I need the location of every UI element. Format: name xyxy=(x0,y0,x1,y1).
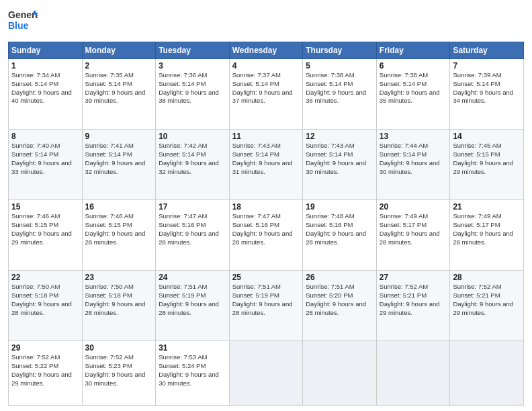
weekday-header-saturday: Saturday xyxy=(450,42,524,59)
logo-svg: General Blue xyxy=(8,7,38,36)
day-number: 10 xyxy=(159,132,226,141)
day-number: 21 xyxy=(453,202,521,212)
svg-text:General: General xyxy=(8,9,38,20)
calendar-cell: 21 Sunrise: 7:49 AMSunset: 5:17 PMDaylig… xyxy=(450,200,524,271)
calendar-cell: 25 Sunrise: 7:51 AMSunset: 5:19 PMDaylig… xyxy=(229,271,303,341)
calendar-cell: 11 Sunrise: 7:43 AMSunset: 5:14 PMDaylig… xyxy=(229,130,303,200)
calendar-cell: 31 Sunrise: 7:53 AMSunset: 5:24 PMDaylig… xyxy=(156,341,230,406)
calendar-cell: 10 Sunrise: 7:42 AMSunset: 5:14 PMDaylig… xyxy=(156,130,230,200)
day-number: 5 xyxy=(306,61,373,71)
day-detail: Sunrise: 7:40 AMSunset: 5:14 PMDaylight:… xyxy=(11,142,79,176)
calendar-cell: 6 Sunrise: 7:38 AMSunset: 5:14 PMDayligh… xyxy=(376,59,450,130)
day-detail: Sunrise: 7:50 AMSunset: 5:18 PMDaylight:… xyxy=(85,283,153,317)
day-number: 12 xyxy=(306,132,373,141)
calendar-cell xyxy=(450,341,524,406)
calendar-cell: 8 Sunrise: 7:40 AMSunset: 5:14 PMDayligh… xyxy=(9,130,83,200)
day-number: 18 xyxy=(232,202,300,212)
day-number: 7 xyxy=(453,61,521,71)
day-detail: Sunrise: 7:45 AMSunset: 5:15 PMDaylight:… xyxy=(453,142,521,176)
logo: General Blue xyxy=(8,7,38,36)
day-detail: Sunrise: 7:47 AMSunset: 5:16 PMDaylight:… xyxy=(232,212,300,246)
day-number: 9 xyxy=(85,132,153,141)
calendar-table: SundayMondayTuesdayWednesdayThursdayFrid… xyxy=(8,42,524,406)
day-number: 31 xyxy=(159,343,226,353)
calendar-cell xyxy=(376,341,450,406)
calendar-cell: 2 Sunrise: 7:35 AMSunset: 5:14 PMDayligh… xyxy=(82,59,156,130)
day-detail: Sunrise: 7:52 AMSunset: 5:21 PMDaylight:… xyxy=(453,283,521,317)
calendar-cell xyxy=(303,341,377,406)
calendar-cell: 4 Sunrise: 7:37 AMSunset: 5:14 PMDayligh… xyxy=(229,59,303,130)
day-detail: Sunrise: 7:48 AMSunset: 5:16 PMDaylight:… xyxy=(306,212,373,246)
day-detail: Sunrise: 7:37 AMSunset: 5:14 PMDaylight:… xyxy=(232,71,300,105)
calendar-cell: 1 Sunrise: 7:34 AMSunset: 5:14 PMDayligh… xyxy=(9,59,83,130)
day-detail: Sunrise: 7:52 AMSunset: 5:23 PMDaylight:… xyxy=(85,353,153,387)
calendar-cell: 17 Sunrise: 7:47 AMSunset: 5:16 PMDaylig… xyxy=(156,200,230,271)
calendar-cell: 18 Sunrise: 7:47 AMSunset: 5:16 PMDaylig… xyxy=(229,200,303,271)
calendar-cell: 29 Sunrise: 7:52 AMSunset: 5:22 PMDaylig… xyxy=(9,341,83,406)
day-detail: Sunrise: 7:52 AMSunset: 5:22 PMDaylight:… xyxy=(11,353,79,387)
day-number: 19 xyxy=(306,202,373,212)
calendar-cell: 7 Sunrise: 7:39 AMSunset: 5:14 PMDayligh… xyxy=(450,59,524,130)
calendar-cell: 26 Sunrise: 7:51 AMSunset: 5:20 PMDaylig… xyxy=(303,271,377,341)
day-detail: Sunrise: 7:52 AMSunset: 5:21 PMDaylight:… xyxy=(380,283,447,317)
day-detail: Sunrise: 7:46 AMSunset: 5:15 PMDaylight:… xyxy=(85,212,153,246)
calendar-cell: 23 Sunrise: 7:50 AMSunset: 5:18 PMDaylig… xyxy=(82,271,156,341)
day-number: 22 xyxy=(11,273,79,282)
day-number: 14 xyxy=(453,132,521,141)
day-number: 11 xyxy=(232,132,300,141)
weekday-header-monday: Monday xyxy=(82,42,156,59)
day-detail: Sunrise: 7:34 AMSunset: 5:14 PMDaylight:… xyxy=(11,71,79,105)
calendar-cell: 19 Sunrise: 7:48 AMSunset: 5:16 PMDaylig… xyxy=(303,200,377,271)
day-number: 8 xyxy=(11,132,79,141)
calendar-cell: 20 Sunrise: 7:49 AMSunset: 5:17 PMDaylig… xyxy=(376,200,450,271)
day-detail: Sunrise: 7:43 AMSunset: 5:14 PMDaylight:… xyxy=(306,142,373,176)
day-detail: Sunrise: 7:51 AMSunset: 5:20 PMDaylight:… xyxy=(306,283,373,317)
day-number: 2 xyxy=(85,61,153,71)
page-container: General Blue SundayMondayTuesdayWednesda… xyxy=(0,0,532,411)
svg-text:Blue: Blue xyxy=(8,20,29,31)
day-detail: Sunrise: 7:38 AMSunset: 5:14 PMDaylight:… xyxy=(380,71,447,105)
calendar-cell: 15 Sunrise: 7:46 AMSunset: 5:15 PMDaylig… xyxy=(9,200,83,271)
weekday-header-friday: Friday xyxy=(376,42,450,59)
day-detail: Sunrise: 7:49 AMSunset: 5:17 PMDaylight:… xyxy=(453,212,521,246)
day-detail: Sunrise: 7:44 AMSunset: 5:14 PMDaylight:… xyxy=(380,142,447,176)
calendar-cell: 27 Sunrise: 7:52 AMSunset: 5:21 PMDaylig… xyxy=(376,271,450,341)
calendar-cell: 12 Sunrise: 7:43 AMSunset: 5:14 PMDaylig… xyxy=(303,130,377,200)
day-number: 6 xyxy=(380,61,447,71)
weekday-header-sunday: Sunday xyxy=(9,42,83,59)
calendar-cell: 22 Sunrise: 7:50 AMSunset: 5:18 PMDaylig… xyxy=(9,271,83,341)
day-number: 15 xyxy=(11,202,79,212)
day-number: 26 xyxy=(306,273,373,282)
weekday-header-tuesday: Tuesday xyxy=(156,42,230,59)
calendar-cell: 14 Sunrise: 7:45 AMSunset: 5:15 PMDaylig… xyxy=(450,130,524,200)
day-number: 20 xyxy=(380,202,447,212)
calendar-cell: 16 Sunrise: 7:46 AMSunset: 5:15 PMDaylig… xyxy=(82,200,156,271)
day-number: 13 xyxy=(380,132,447,141)
day-number: 3 xyxy=(159,61,226,71)
day-detail: Sunrise: 7:49 AMSunset: 5:17 PMDaylight:… xyxy=(380,212,447,246)
day-detail: Sunrise: 7:47 AMSunset: 5:16 PMDaylight:… xyxy=(159,212,226,246)
calendar-cell xyxy=(229,341,303,406)
day-number: 17 xyxy=(159,202,226,212)
day-detail: Sunrise: 7:43 AMSunset: 5:14 PMDaylight:… xyxy=(232,142,300,176)
day-detail: Sunrise: 7:35 AMSunset: 5:14 PMDaylight:… xyxy=(85,71,153,105)
day-number: 30 xyxy=(85,343,153,353)
day-detail: Sunrise: 7:41 AMSunset: 5:14 PMDaylight:… xyxy=(85,142,153,176)
page-header: General Blue xyxy=(8,7,524,36)
day-number: 16 xyxy=(85,202,153,212)
day-detail: Sunrise: 7:51 AMSunset: 5:19 PMDaylight:… xyxy=(159,283,226,317)
day-number: 23 xyxy=(85,273,153,282)
day-number: 28 xyxy=(453,273,521,282)
calendar-cell: 9 Sunrise: 7:41 AMSunset: 5:14 PMDayligh… xyxy=(82,130,156,200)
day-detail: Sunrise: 7:50 AMSunset: 5:18 PMDaylight:… xyxy=(11,283,79,317)
weekday-header-wednesday: Wednesday xyxy=(229,42,303,59)
day-detail: Sunrise: 7:46 AMSunset: 5:15 PMDaylight:… xyxy=(11,212,79,246)
calendar-cell: 30 Sunrise: 7:52 AMSunset: 5:23 PMDaylig… xyxy=(82,341,156,406)
calendar-cell: 28 Sunrise: 7:52 AMSunset: 5:21 PMDaylig… xyxy=(450,271,524,341)
calendar-cell: 3 Sunrise: 7:36 AMSunset: 5:14 PMDayligh… xyxy=(156,59,230,130)
calendar-cell: 5 Sunrise: 7:38 AMSunset: 5:14 PMDayligh… xyxy=(303,59,377,130)
day-detail: Sunrise: 7:38 AMSunset: 5:14 PMDaylight:… xyxy=(306,71,373,105)
day-number: 24 xyxy=(159,273,226,282)
day-number: 25 xyxy=(232,273,300,282)
weekday-header-thursday: Thursday xyxy=(303,42,377,59)
